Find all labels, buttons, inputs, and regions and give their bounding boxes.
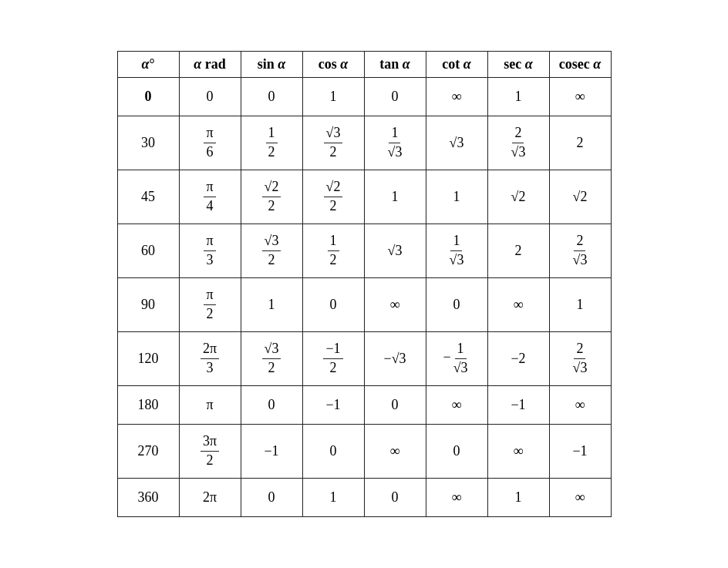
cos-180: −1	[302, 386, 364, 425]
tan-30: 1 √3	[364, 116, 426, 170]
table-row: 30 π 6 1 2 √3 2 1	[117, 116, 611, 170]
frac-pi3: π 3	[204, 233, 215, 268]
frac-1-sqrt3-cot120: 1 √3	[451, 341, 470, 376]
sin-90: 1	[241, 278, 302, 332]
tan-0: 0	[364, 78, 426, 116]
frac-sqrt3-2-sin120: √3 2	[262, 341, 281, 376]
tan-120: −√3	[364, 332, 426, 386]
sec-120: −2	[487, 332, 549, 386]
cosec-45: √2	[549, 170, 611, 224]
table-row: 60 π 3 √3 2 1 2 √3	[117, 224, 611, 278]
tan-180: 0	[364, 386, 426, 425]
rad-45: π 4	[179, 170, 241, 224]
tan-360: 0	[364, 479, 426, 517]
cosec-180: ∞	[549, 386, 611, 425]
col-header-cos: cos α	[302, 52, 364, 78]
sec-270: ∞	[487, 425, 549, 479]
sin-270: −1	[241, 425, 302, 479]
frac-sqrt3-2-sin60: √3 2	[262, 233, 281, 268]
frac-neg1-2-cos120: −1 2	[323, 341, 342, 376]
tan-90: ∞	[364, 278, 426, 332]
frac-sqrt2-2-sin45: √2 2	[262, 179, 281, 214]
angle-0: 0	[117, 78, 179, 116]
cot-120: − 1 √3	[426, 332, 487, 386]
sin-180: 0	[241, 386, 302, 425]
frac-pi6: π 6	[204, 125, 215, 160]
rad-90: π 2	[179, 278, 241, 332]
cot-90: 0	[426, 278, 487, 332]
frac-2-sqrt3-sec30: 2 √3	[509, 125, 528, 160]
col-header-alpha-rad: α rad	[179, 52, 241, 78]
angle-270: 270	[117, 425, 179, 479]
rad-360: 2π	[179, 479, 241, 517]
cosec-120: 2 √3	[549, 332, 611, 386]
sec-45: √2	[487, 170, 549, 224]
cosec-90: 1	[549, 278, 611, 332]
cosec-30: 2	[549, 116, 611, 170]
cos-60: 1 2	[302, 224, 364, 278]
rad-0: 0	[179, 78, 241, 116]
table-row: 180 π 0 −1 0 ∞ −1 ∞	[117, 386, 611, 425]
sin-60: √3 2	[241, 224, 302, 278]
table-row: 45 π 4 √2 2 √2 2 1 1 √2	[117, 170, 611, 224]
col-header-alpha-deg: α°	[117, 52, 179, 78]
sin-45: √2 2	[241, 170, 302, 224]
frac-3pi2: 3π 2	[201, 433, 219, 469]
cot-45: 1	[426, 170, 487, 224]
sec-360: 1	[487, 479, 549, 517]
frac-2pi3: 2π 3	[201, 341, 219, 376]
frac-1-sqrt3-cot60: 1 √3	[447, 233, 467, 268]
rad-120: 2π 3	[179, 332, 241, 386]
rad-270: 3π 2	[179, 425, 241, 479]
cot-0: ∞	[426, 78, 487, 116]
frac-2-sqrt3-cosec120: 2 √3	[571, 341, 590, 376]
table-row: 270 3π 2 −1 0 ∞ 0 ∞ −1	[117, 425, 611, 479]
header-row: α° α rad sin α cos α tan α cot α sec α c…	[117, 52, 611, 78]
sec-30: 2 √3	[487, 116, 549, 170]
rad-60: π 3	[179, 224, 241, 278]
cot-270: 0	[426, 425, 487, 479]
angle-360: 360	[117, 479, 179, 517]
frac-pi2: π 2	[204, 287, 215, 322]
cos-360: 1	[302, 479, 364, 517]
angle-90: 90	[117, 278, 179, 332]
frac-1-2-cos60: 1 2	[328, 233, 339, 268]
sin-0: 0	[241, 78, 302, 116]
tan-270: ∞	[364, 425, 426, 479]
table-row: 120 2π 3 √3 2 −1 2 −√3	[117, 332, 611, 386]
col-header-sec: sec α	[487, 52, 549, 78]
sec-0: 1	[487, 78, 549, 116]
table-row: 90 π 2 1 0 ∞ 0 ∞ 1	[117, 278, 611, 332]
frac-1-sqrt3-tan30: 1 √3	[386, 125, 405, 160]
cosec-270: −1	[549, 425, 611, 479]
frac-2-sqrt3-cosec60: 2 √3	[571, 233, 590, 268]
sec-180: −1	[487, 386, 549, 425]
table-row: 360 2π 0 1 0 ∞ 1 ∞	[117, 479, 611, 517]
sec-60: 2	[487, 224, 549, 278]
tan-45: 1	[364, 170, 426, 224]
cosec-360: ∞	[549, 479, 611, 517]
rad-180: π	[179, 386, 241, 425]
cot-180: ∞	[426, 386, 487, 425]
cos-30: √3 2	[302, 116, 364, 170]
frac-pi4: π 4	[204, 179, 215, 214]
cos-120: −1 2	[302, 332, 364, 386]
angle-30: 30	[117, 116, 179, 170]
cos-45: √2 2	[302, 170, 364, 224]
cos-270: 0	[302, 425, 364, 479]
trig-table: α° α rad sin α cos α tan α cot α sec α c…	[117, 51, 612, 517]
cos-90: 0	[302, 278, 364, 332]
cot-30: √3	[426, 116, 487, 170]
angle-45: 45	[117, 170, 179, 224]
sin-120: √3 2	[241, 332, 302, 386]
sec-90: ∞	[487, 278, 549, 332]
cos-0: 1	[302, 78, 364, 116]
col-header-cot: cot α	[426, 52, 487, 78]
sin-360: 0	[241, 479, 302, 517]
sin-30: 1 2	[241, 116, 302, 170]
tan-60: √3	[364, 224, 426, 278]
angle-180: 180	[117, 386, 179, 425]
rad-30: π 6	[179, 116, 241, 170]
table-row: 0 0 0 1 0 ∞ 1 ∞	[117, 78, 611, 116]
col-header-sin: sin α	[241, 52, 302, 78]
